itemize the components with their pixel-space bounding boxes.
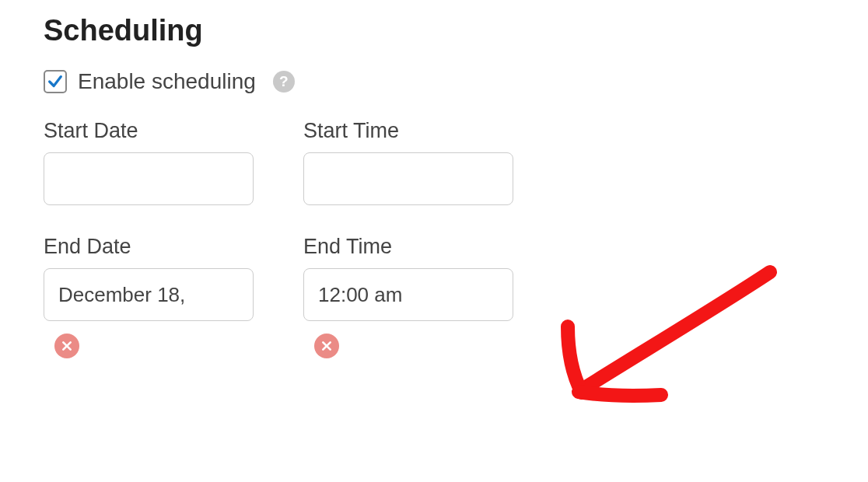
start-date-input[interactable] <box>44 152 254 205</box>
clear-end-time-button[interactable] <box>314 334 339 358</box>
end-time-group: End Time <box>303 235 513 358</box>
end-time-input[interactable] <box>303 268 513 321</box>
start-date-group: Start Date <box>44 119 254 205</box>
enable-scheduling-label: Enable scheduling <box>78 69 256 94</box>
end-date-input[interactable] <box>44 268 254 321</box>
start-time-input[interactable] <box>303 152 513 205</box>
checkmark-icon <box>47 73 64 90</box>
help-icon[interactable]: ? <box>273 71 295 93</box>
enable-scheduling-checkbox[interactable] <box>44 70 67 93</box>
end-time-label: End Time <box>303 235 513 259</box>
start-time-label: Start Time <box>303 119 513 143</box>
section-heading: Scheduling <box>44 14 824 47</box>
start-date-label: Start Date <box>44 119 254 143</box>
end-date-group: End Date <box>44 235 254 358</box>
clear-end-date-button[interactable] <box>54 334 79 358</box>
enable-scheduling-row: Enable scheduling ? <box>44 69 824 94</box>
start-time-group: Start Time <box>303 119 513 205</box>
close-icon <box>61 340 73 352</box>
end-date-label: End Date <box>44 235 254 259</box>
close-icon <box>320 340 333 352</box>
